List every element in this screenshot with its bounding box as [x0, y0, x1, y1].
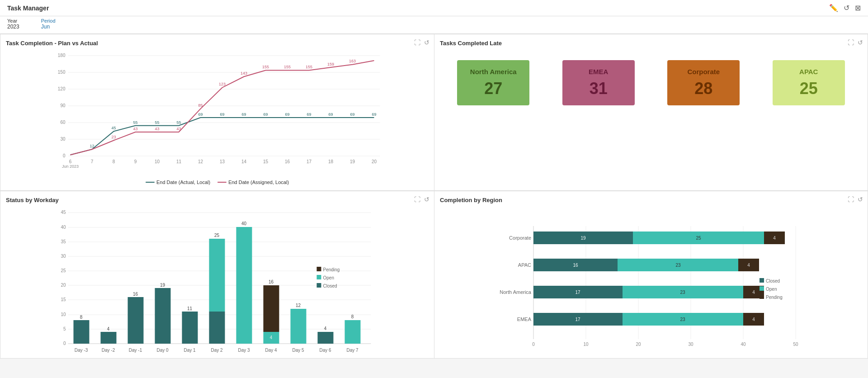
svg-text:8: 8: [113, 159, 115, 164]
panel-region-icons[interactable]: ⛶ ↺: [848, 196, 863, 203]
svg-text:69: 69: [220, 112, 224, 117]
svg-text:Day 7: Day 7: [346, 348, 359, 353]
svg-text:55: 55: [176, 120, 181, 125]
svg-rect-133: [760, 278, 764, 283]
svg-text:155: 155: [306, 65, 312, 69]
legend-actual: End Date (Actual, Local): [146, 180, 210, 185]
fullscreen-icon[interactable]: ⛶: [414, 39, 420, 46]
svg-rect-137: [760, 294, 764, 299]
fullscreen-icon[interactable]: ⛶: [848, 196, 854, 203]
expand-icon[interactable]: ⊠: [855, 4, 861, 12]
panel-task-completion-icons[interactable]: ⛶ ↺: [414, 39, 429, 46]
bar-day-1-closed: [128, 297, 144, 344]
filter-year: Year 2023: [7, 18, 19, 30]
bar-day5-open: [291, 309, 307, 344]
svg-text:14: 14: [241, 159, 247, 164]
svg-text:20: 20: [61, 283, 66, 288]
svg-text:69: 69: [307, 112, 311, 117]
refresh-icon[interactable]: ↺: [844, 4, 849, 12]
svg-text:Day -1: Day -1: [129, 348, 142, 353]
svg-text:15: 15: [61, 297, 66, 302]
filters-bar: Year 2023 Period Jun: [0, 16, 868, 34]
svg-text:Day 3: Day 3: [238, 348, 250, 353]
svg-text:43: 43: [133, 127, 137, 131]
app-title: Task Manager: [7, 5, 49, 12]
line-chart: 0 30 60 90 120 150 180 6 7 8 9 10 11 12 …: [6, 51, 429, 178]
svg-text:69: 69: [285, 112, 289, 117]
svg-text:12: 12: [198, 159, 203, 164]
bar-day3-open: [236, 227, 252, 344]
svg-rect-101: [317, 275, 321, 279]
refresh-icon[interactable]: ↺: [858, 39, 863, 46]
late-card-apac: APAC 25: [773, 60, 845, 105]
fullscreen-icon[interactable]: ⛶: [848, 39, 854, 46]
header-icons[interactable]: ✏️ ↺ ⊠: [829, 4, 861, 12]
svg-text:159: 159: [327, 62, 334, 66]
filter-period: Period Jun: [41, 18, 56, 30]
bar-day-3-closed: [74, 320, 90, 344]
svg-text:50: 50: [793, 342, 798, 347]
svg-text:Open: Open: [323, 275, 334, 280]
svg-text:90: 90: [60, 103, 66, 108]
svg-text:17: 17: [307, 159, 312, 164]
svg-text:155: 155: [262, 65, 269, 69]
svg-text:60: 60: [60, 120, 66, 125]
filter-period-value[interactable]: Jun: [41, 24, 56, 30]
svg-text:23: 23: [111, 135, 116, 139]
svg-text:180: 180: [58, 53, 66, 58]
svg-text:120: 120: [58, 86, 66, 91]
panel-tasks-late-icons[interactable]: ⛶ ↺: [848, 39, 863, 46]
panel-completion-region: Completion by Region ⛶ ↺: [434, 191, 868, 359]
svg-text:20: 20: [636, 342, 641, 347]
svg-text:12: 12: [296, 303, 301, 308]
panel-status-workday: Status by Workday ⛶ ↺ 0 5: [0, 191, 434, 359]
svg-rect-99: [317, 267, 321, 271]
legend-assigned-label: End Date (Assigned, Local): [228, 180, 289, 185]
region-chart-svg: 0 10 20 30 40 50 Corporate APAC North Am…: [440, 208, 862, 357]
late-card-apac-label: APAC: [799, 68, 818, 76]
workday-chart-svg: 0 5 10 15 20 25 30 35 40 45 8 Day -3 4 D…: [6, 208, 429, 357]
svg-text:Day 4: Day 4: [265, 348, 277, 353]
refresh-icon[interactable]: ↺: [424, 196, 429, 203]
panel-status-icons[interactable]: ⛶ ↺: [414, 196, 429, 203]
bar-day2-closed: [209, 312, 225, 344]
app-header: Task Manager ✏️ ↺ ⊠: [0, 0, 868, 16]
svg-text:45: 45: [61, 210, 66, 215]
edit-icon[interactable]: ✏️: [829, 4, 838, 12]
workday-bar-chart: 0 5 10 15 20 25 30 35 40 45 8 Day -3 4 D…: [6, 208, 429, 353]
svg-text:Closed: Closed: [323, 284, 337, 288]
svg-text:APAC: APAC: [518, 262, 531, 268]
late-card-emea: EMEA 31: [562, 60, 635, 105]
svg-text:43: 43: [155, 127, 159, 131]
svg-text:143: 143: [241, 71, 247, 76]
svg-text:17: 17: [575, 317, 580, 322]
svg-text:69: 69: [198, 112, 203, 117]
legend-actual-label: End Date (Actual, Local): [156, 180, 210, 185]
legend-assigned: End Date (Assigned, Local): [217, 180, 289, 185]
svg-text:11: 11: [176, 159, 182, 164]
svg-text:19: 19: [160, 283, 165, 288]
svg-text:7: 7: [91, 159, 94, 164]
filter-year-value[interactable]: 2023: [7, 24, 19, 30]
svg-text:4: 4: [752, 290, 755, 295]
svg-text:69: 69: [350, 112, 354, 117]
svg-text:4: 4: [773, 236, 776, 241]
late-card-na-value: 27: [484, 79, 502, 98]
svg-rect-103: [317, 283, 321, 288]
svg-text:17: 17: [575, 290, 580, 295]
svg-text:45: 45: [111, 126, 116, 130]
region-bar-chart: 0 10 20 30 40 50 Corporate APAC North Am…: [440, 208, 862, 353]
svg-text:10: 10: [61, 312, 66, 317]
refresh-icon[interactable]: ↺: [858, 196, 863, 203]
svg-text:8: 8: [80, 315, 83, 320]
fullscreen-icon[interactable]: ⛶: [414, 196, 420, 203]
bar-day1-closed: [182, 312, 198, 344]
late-card-apac-value: 25: [800, 79, 818, 98]
svg-text:155: 155: [284, 65, 291, 69]
svg-text:16: 16: [133, 292, 138, 297]
panel-tasks-late: Tasks Completed Late ⛶ ↺ North America 2…: [434, 34, 868, 191]
svg-rect-135: [760, 286, 764, 291]
svg-text:Closed: Closed: [766, 279, 780, 284]
bar-day-2-closed: [101, 332, 117, 344]
refresh-icon[interactable]: ↺: [424, 39, 429, 46]
